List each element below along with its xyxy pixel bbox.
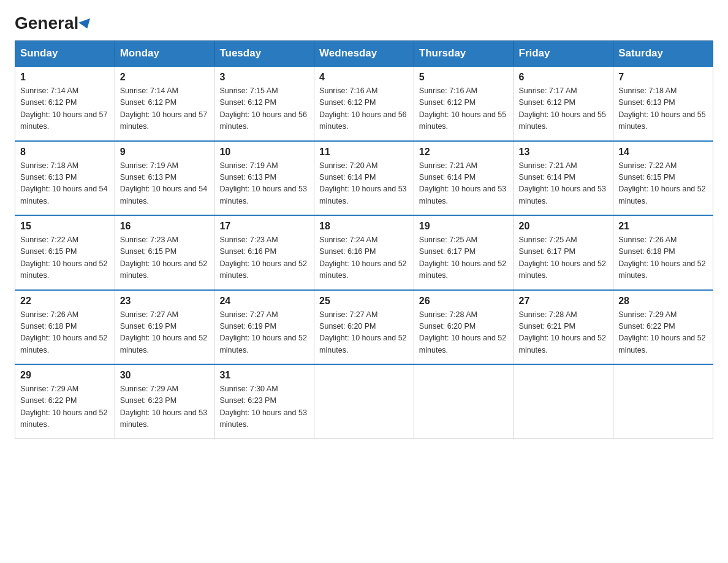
daylight-label: Daylight: 10 hours and 56 minutes. bbox=[219, 110, 306, 131]
calendar-cell: 24 Sunrise: 7:27 AM Sunset: 6:19 PM Dayl… bbox=[214, 290, 314, 365]
sunset-label: Sunset: 6:15 PM bbox=[618, 173, 675, 182]
day-number: 30 bbox=[120, 370, 210, 381]
sunrise-label: Sunrise: 7:21 AM bbox=[419, 161, 477, 170]
day-info: Sunrise: 7:16 AM Sunset: 6:12 PM Dayligh… bbox=[319, 85, 409, 133]
daylight-label: Daylight: 10 hours and 55 minutes. bbox=[419, 110, 506, 131]
sunrise-label: Sunrise: 7:26 AM bbox=[20, 310, 78, 319]
sunset-label: Sunset: 6:17 PM bbox=[419, 247, 476, 256]
calendar-cell: 14 Sunrise: 7:22 AM Sunset: 6:15 PM Dayl… bbox=[613, 141, 713, 216]
day-number: 2 bbox=[120, 72, 210, 83]
sunset-label: Sunset: 6:12 PM bbox=[120, 98, 176, 107]
calendar-cell: 3 Sunrise: 7:15 AM Sunset: 6:12 PM Dayli… bbox=[214, 66, 314, 141]
weekday-header-sunday: Sunday bbox=[15, 41, 115, 67]
day-number: 3 bbox=[219, 72, 309, 83]
day-info: Sunrise: 7:25 AM Sunset: 6:17 PM Dayligh… bbox=[419, 234, 509, 282]
day-info: Sunrise: 7:28 AM Sunset: 6:20 PM Dayligh… bbox=[419, 309, 509, 357]
calendar-cell bbox=[414, 364, 514, 439]
calendar-cell: 5 Sunrise: 7:16 AM Sunset: 6:12 PM Dayli… bbox=[414, 66, 514, 141]
sunset-label: Sunset: 6:14 PM bbox=[419, 173, 476, 182]
daylight-label: Daylight: 10 hours and 54 minutes. bbox=[120, 185, 207, 205]
day-number: 16 bbox=[120, 221, 210, 232]
calendar-cell: 17 Sunrise: 7:23 AM Sunset: 6:16 PM Dayl… bbox=[214, 215, 314, 290]
sunset-label: Sunset: 6:22 PM bbox=[618, 322, 675, 331]
day-number: 12 bbox=[419, 147, 509, 158]
day-info: Sunrise: 7:28 AM Sunset: 6:21 PM Dayligh… bbox=[519, 309, 609, 357]
daylight-label: Daylight: 10 hours and 53 minutes. bbox=[319, 185, 406, 205]
daylight-label: Daylight: 10 hours and 52 minutes. bbox=[419, 334, 506, 354]
calendar-cell: 6 Sunrise: 7:17 AM Sunset: 6:12 PM Dayli… bbox=[514, 66, 613, 141]
sunrise-label: Sunrise: 7:16 AM bbox=[419, 86, 477, 95]
sunset-label: Sunset: 6:12 PM bbox=[219, 98, 276, 107]
calendar-cell: 18 Sunrise: 7:24 AM Sunset: 6:16 PM Dayl… bbox=[314, 215, 414, 290]
calendar-week-row: 15 Sunrise: 7:22 AM Sunset: 6:15 PM Dayl… bbox=[15, 215, 713, 290]
sunrise-label: Sunrise: 7:16 AM bbox=[319, 86, 377, 95]
day-number: 14 bbox=[618, 147, 708, 158]
calendar-header-row: SundayMondayTuesdayWednesdayThursdayFrid… bbox=[15, 41, 713, 67]
calendar-cell: 15 Sunrise: 7:22 AM Sunset: 6:15 PM Dayl… bbox=[15, 215, 115, 290]
day-info: Sunrise: 7:19 AM Sunset: 6:13 PM Dayligh… bbox=[120, 160, 210, 208]
weekday-header-monday: Monday bbox=[115, 41, 214, 67]
sunset-label: Sunset: 6:23 PM bbox=[120, 396, 176, 405]
sunset-label: Sunset: 6:20 PM bbox=[419, 322, 476, 331]
sunset-label: Sunset: 6:23 PM bbox=[219, 396, 276, 405]
calendar-week-row: 22 Sunrise: 7:26 AM Sunset: 6:18 PM Dayl… bbox=[15, 290, 713, 365]
sunrise-label: Sunrise: 7:27 AM bbox=[319, 310, 377, 319]
day-number: 11 bbox=[319, 147, 409, 158]
sunset-label: Sunset: 6:21 PM bbox=[519, 322, 575, 331]
day-number: 23 bbox=[120, 296, 210, 307]
calendar-table: SundayMondayTuesdayWednesdayThursdayFrid… bbox=[15, 40, 713, 439]
sunrise-label: Sunrise: 7:15 AM bbox=[219, 86, 278, 95]
calendar-cell: 31 Sunrise: 7:30 AM Sunset: 6:23 PM Dayl… bbox=[214, 364, 314, 439]
day-info: Sunrise: 7:29 AM Sunset: 6:23 PM Dayligh… bbox=[120, 383, 210, 431]
sunset-label: Sunset: 6:13 PM bbox=[618, 98, 675, 107]
day-number: 17 bbox=[219, 221, 309, 232]
day-number: 21 bbox=[618, 221, 708, 232]
day-info: Sunrise: 7:24 AM Sunset: 6:16 PM Dayligh… bbox=[319, 234, 409, 282]
sunrise-label: Sunrise: 7:23 AM bbox=[120, 236, 178, 244]
daylight-label: Daylight: 10 hours and 52 minutes. bbox=[219, 259, 306, 280]
calendar-week-row: 1 Sunrise: 7:14 AM Sunset: 6:12 PM Dayli… bbox=[15, 66, 713, 141]
day-number: 27 bbox=[519, 296, 609, 307]
logo-text: General bbox=[15, 15, 92, 32]
day-info: Sunrise: 7:18 AM Sunset: 6:13 PM Dayligh… bbox=[20, 160, 110, 208]
day-number: 6 bbox=[519, 72, 609, 83]
calendar-cell: 1 Sunrise: 7:14 AM Sunset: 6:12 PM Dayli… bbox=[15, 66, 115, 141]
day-number: 26 bbox=[419, 296, 509, 307]
day-number: 9 bbox=[120, 147, 210, 158]
sunset-label: Sunset: 6:13 PM bbox=[20, 173, 77, 182]
day-number: 5 bbox=[419, 72, 509, 83]
day-info: Sunrise: 7:26 AM Sunset: 6:18 PM Dayligh… bbox=[618, 234, 708, 282]
sunrise-label: Sunrise: 7:26 AM bbox=[618, 236, 677, 244]
sunrise-label: Sunrise: 7:27 AM bbox=[120, 310, 178, 319]
sunrise-label: Sunrise: 7:23 AM bbox=[219, 236, 278, 244]
daylight-label: Daylight: 10 hours and 52 minutes. bbox=[519, 259, 606, 280]
calendar-cell: 26 Sunrise: 7:28 AM Sunset: 6:20 PM Dayl… bbox=[414, 290, 514, 365]
page-header: General bbox=[15, 15, 713, 31]
calendar-cell bbox=[314, 364, 414, 439]
calendar-cell: 22 Sunrise: 7:26 AM Sunset: 6:18 PM Dayl… bbox=[15, 290, 115, 365]
daylight-label: Daylight: 10 hours and 53 minutes. bbox=[219, 408, 306, 429]
day-info: Sunrise: 7:27 AM Sunset: 6:19 PM Dayligh… bbox=[219, 309, 309, 357]
calendar-cell: 28 Sunrise: 7:29 AM Sunset: 6:22 PM Dayl… bbox=[613, 290, 713, 365]
sunrise-label: Sunrise: 7:19 AM bbox=[219, 161, 278, 170]
sunrise-label: Sunrise: 7:27 AM bbox=[219, 310, 278, 319]
sunset-label: Sunset: 6:14 PM bbox=[319, 173, 376, 182]
logo-triangle-icon bbox=[78, 18, 93, 31]
sunrise-label: Sunrise: 7:14 AM bbox=[20, 86, 78, 95]
daylight-label: Daylight: 10 hours and 57 minutes. bbox=[120, 110, 207, 131]
sunrise-label: Sunrise: 7:30 AM bbox=[219, 385, 278, 393]
calendar-cell: 9 Sunrise: 7:19 AM Sunset: 6:13 PM Dayli… bbox=[115, 141, 214, 216]
day-info: Sunrise: 7:18 AM Sunset: 6:13 PM Dayligh… bbox=[618, 85, 708, 133]
sunrise-label: Sunrise: 7:29 AM bbox=[20, 385, 78, 393]
sunset-label: Sunset: 6:16 PM bbox=[319, 247, 376, 256]
sunrise-label: Sunrise: 7:28 AM bbox=[519, 310, 577, 319]
calendar-week-row: 29 Sunrise: 7:29 AM Sunset: 6:22 PM Dayl… bbox=[15, 364, 713, 439]
daylight-label: Daylight: 10 hours and 53 minutes. bbox=[519, 185, 606, 205]
day-info: Sunrise: 7:20 AM Sunset: 6:14 PM Dayligh… bbox=[319, 160, 409, 208]
sunrise-label: Sunrise: 7:14 AM bbox=[120, 86, 178, 95]
sunset-label: Sunset: 6:12 PM bbox=[519, 98, 575, 107]
sunset-label: Sunset: 6:13 PM bbox=[219, 173, 276, 182]
calendar-cell: 7 Sunrise: 7:18 AM Sunset: 6:13 PM Dayli… bbox=[613, 66, 713, 141]
sunrise-label: Sunrise: 7:29 AM bbox=[120, 385, 178, 393]
weekday-header-saturday: Saturday bbox=[613, 41, 713, 67]
